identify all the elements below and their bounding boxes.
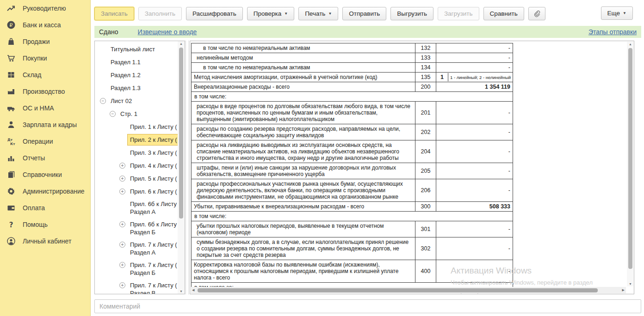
scroll-left-icon[interactable]: ◀: [192, 288, 194, 292]
import-button[interactable]: Загрузить: [438, 7, 479, 20]
scroll-up-icon[interactable]: ▲: [627, 43, 634, 46]
decrypt-button[interactable]: Расшифровать: [186, 7, 243, 20]
row-code-cell: 134: [415, 63, 436, 73]
sidebar-item-os-nma[interactable]: ОС и НМА: [0, 100, 90, 116]
sidebar-item-sales[interactable]: Продажи: [0, 33, 90, 50]
scroll-down-icon[interactable]: ▼: [178, 290, 185, 293]
expand-icon[interactable]: +: [119, 176, 125, 182]
tree-item[interactable]: −Стр. 1: [95, 108, 178, 121]
table-horizontal-scrollbar[interactable]: ◀ ▶: [191, 287, 626, 293]
table-vscroll-thumb[interactable]: [628, 48, 632, 269]
sidebar-item-reports[interactable]: Отчеты: [0, 150, 90, 166]
sidebar-item-label: Банк и касса: [23, 21, 61, 29]
tree-item[interactable]: +Прил. 4 к Листу (: [95, 159, 178, 172]
tree-item[interactable]: Прил. 1 к Листу (: [95, 121, 178, 134]
tree-item[interactable]: +Прил. 5 к Листу (: [95, 172, 178, 185]
expand-icon[interactable]: +: [119, 188, 125, 194]
expand-icon[interactable]: +: [119, 221, 125, 227]
compare-button[interactable]: Сравнить: [483, 7, 524, 20]
sidebar-item-payment[interactable]: Оплата: [0, 200, 90, 216]
tree-item[interactable]: +Прил. 6б к ЛистуРаздел Б: [95, 219, 178, 239]
more-button[interactable]: Еще ▼: [601, 6, 633, 20]
fill-button[interactable]: Заполнить: [138, 7, 182, 20]
row-value-cell[interactable]: 11 - линейный; 2 - нелинейный: [436, 73, 513, 82]
row-label-cell: Внереализационные расходы - всего: [192, 82, 415, 92]
table-row: суммы безнадежных долгов, а в случае, ес…: [192, 237, 513, 260]
print-button[interactable]: Печать▼: [298, 7, 338, 20]
table-row: в том числе по нематериальным активам132…: [192, 43, 513, 53]
row-value-cell[interactable]: -: [436, 179, 513, 202]
sidebar-item-manager[interactable]: Руководителю: [0, 0, 90, 17]
row-value-cell[interactable]: -: [436, 163, 513, 179]
collapse-icon[interactable]: −: [100, 98, 106, 104]
tree-item[interactable]: +Прил. 7 к Листу (Раздел В: [95, 280, 178, 294]
tree-item[interactable]: Раздел 1.3: [95, 82, 178, 95]
sending-stages-link[interactable]: Этапы отправки: [588, 28, 637, 36]
input-notice-link[interactable]: Извещение о вводе: [138, 28, 197, 36]
row-value-cell[interactable]: -: [436, 221, 513, 237]
row-value-cell[interactable]: 508 333: [436, 202, 513, 212]
check-button[interactable]: Проверка▼: [247, 7, 294, 20]
grid-icon: [6, 70, 16, 79]
sidebar-item-references[interactable]: Справочники: [0, 166, 90, 183]
save-button[interactable]: Записать: [94, 7, 134, 20]
table-vertical-scrollbar[interactable]: ▲ ▼: [627, 42, 633, 286]
sidebar-item-operations[interactable]: ДтКтОперации: [0, 133, 90, 150]
row-value-cell[interactable]: -: [436, 53, 513, 63]
row-value-cell[interactable]: -: [436, 237, 513, 260]
row-value-cell[interactable]: -: [436, 260, 513, 283]
attach-button[interactable]: [528, 7, 545, 20]
sidebar-item-salary-hr[interactable]: Зарплата и кадры: [0, 116, 90, 133]
panel-splitter[interactable]: [186, 41, 189, 294]
scroll-right-icon[interactable]: ▶: [622, 288, 625, 292]
scroll-down-icon[interactable]: ▼: [627, 282, 634, 286]
expand-icon[interactable]: +: [119, 262, 125, 268]
tree-item[interactable]: Раздел 1.2: [95, 69, 178, 82]
row-value-cell[interactable]: -: [436, 124, 513, 140]
sidebar-item-purchases[interactable]: Покупки: [0, 50, 90, 67]
tree-item[interactable]: Прил. 6б к ЛистуРаздел А: [95, 198, 178, 219]
tree-item-label: Прил. 6б к Листу: [130, 201, 177, 207]
tree-item[interactable]: Раздел 1.1: [95, 56, 178, 69]
scroll-up-icon[interactable]: ▲: [178, 42, 185, 45]
row-value-cell[interactable]: -: [436, 43, 513, 53]
comment-input[interactable]: [94, 299, 641, 313]
table-hscroll-thumb[interactable]: [198, 288, 598, 292]
row-value-cell[interactable]: -: [436, 63, 513, 73]
toolbar-button-label: Загрузить: [444, 10, 473, 17]
row-value-cell[interactable]: -: [436, 140, 513, 163]
tree-item[interactable]: +Прил. 7 к Листу (Раздел А: [95, 239, 178, 259]
expand-icon[interactable]: +: [119, 242, 125, 248]
tree-item[interactable]: Титульный лист: [95, 43, 178, 56]
table-row: Внереализационные расходы - всего2001 35…: [192, 82, 513, 92]
tree-item[interactable]: +Прил. 6 к Листу (: [95, 185, 178, 198]
expand-icon[interactable]: +: [119, 163, 125, 169]
sidebar-item-production[interactable]: Производство: [0, 83, 90, 100]
export-button[interactable]: Выгрузить: [390, 7, 433, 20]
tree-item-label: Прил. 7 к Листу (: [130, 282, 177, 289]
row-code-cell: 202: [415, 124, 436, 140]
sidebar-item-help[interactable]: ?Помощь: [0, 216, 90, 233]
tree-item-label2: Раздел В: [130, 289, 178, 294]
sidebar-item-administration[interactable]: Администрирование: [0, 183, 90, 200]
row-label-cell: Метод начисления амортизации, отраженный…: [192, 73, 415, 82]
collapse-icon[interactable]: −: [110, 111, 116, 117]
sidebar-item-warehouse[interactable]: Склад: [0, 67, 90, 83]
sidebar-item-label: Покупки: [23, 55, 47, 62]
tree-item[interactable]: Прил. 2 к Листу (: [95, 134, 178, 146]
bar-chart-icon: [6, 153, 16, 163]
tree-item[interactable]: −Лист 02: [95, 95, 178, 108]
sidebar-item-personal[interactable]: Личный кабинет: [0, 233, 90, 249]
row-value-cell[interactable]: 1 354 119: [436, 82, 513, 92]
row-code-cell: 200: [415, 82, 436, 92]
tree-item[interactable]: +Прил. 7 к Листу (Раздел Б: [95, 259, 178, 280]
tree-item[interactable]: Прил. 3 к Листу (: [95, 146, 178, 159]
table-row: в том числе по нематериальным активам134…: [192, 63, 513, 73]
send-button[interactable]: Отправить: [342, 7, 386, 20]
tree-scrollbar-thumb[interactable]: [179, 48, 183, 219]
row-code-cell: 133: [415, 53, 436, 63]
expand-icon[interactable]: +: [119, 282, 125, 288]
tree-scrollbar[interactable]: ▲ ▼: [178, 41, 185, 294]
sidebar-item-bank-cash[interactable]: ₽Банк и касса: [0, 17, 90, 33]
row-value-cell[interactable]: -: [436, 102, 513, 124]
